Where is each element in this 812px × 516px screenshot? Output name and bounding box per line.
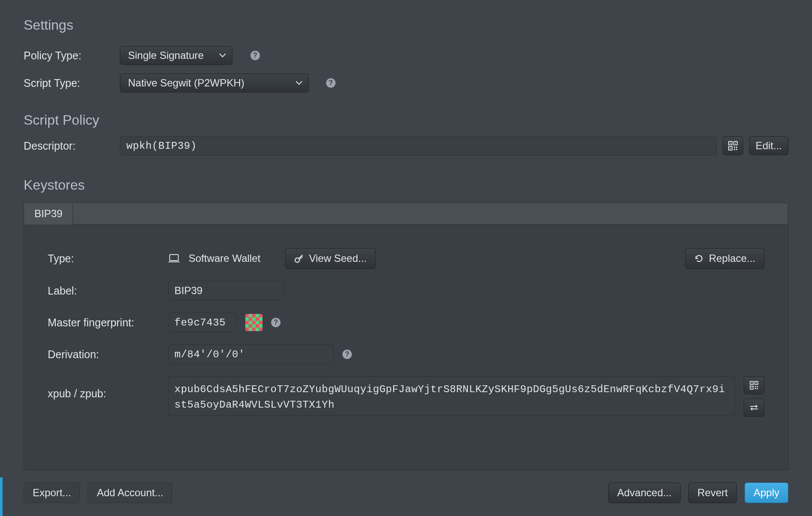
chevron-down-icon — [296, 81, 302, 85]
svg-rect-8 — [734, 149, 735, 150]
descriptor-input[interactable] — [120, 136, 717, 156]
settings-heading: Settings — [24, 17, 788, 33]
derivation-label: Derivation: — [48, 348, 159, 361]
svg-rect-20 — [755, 388, 756, 389]
descriptor-qr-button[interactable] — [723, 136, 743, 155]
keystores-heading: Keystores — [24, 177, 788, 193]
policy-type-label: Policy Type: — [24, 49, 114, 62]
xpub-label: xpub / zpub: — [48, 376, 159, 400]
keystore-label-input[interactable] — [168, 281, 284, 301]
fingerprint-identicon — [245, 314, 263, 331]
svg-rect-21 — [757, 388, 758, 389]
xpub-switch-button[interactable] — [744, 399, 764, 417]
fingerprint-help-icon[interactable]: ? — [271, 318, 281, 327]
script-type-help-icon[interactable]: ? — [326, 78, 336, 88]
script-type-select[interactable]: Native Segwit (P2WPKH) — [120, 74, 309, 92]
svg-rect-7 — [736, 147, 737, 148]
left-accent-bar — [0, 477, 3, 516]
revert-button[interactable]: Revert — [688, 482, 737, 503]
policy-type-value: Single Signature — [128, 49, 204, 61]
replace-button[interactable]: Replace... — [685, 248, 764, 269]
fingerprint-input[interactable] — [168, 313, 237, 332]
swap-icon — [749, 404, 759, 411]
svg-rect-9 — [736, 149, 737, 150]
undo-icon — [694, 254, 704, 263]
svg-rect-15 — [756, 383, 757, 384]
script-type-value: Native Segwit (P2WPKH) — [128, 77, 244, 89]
descriptor-label: Descriptor: — [24, 140, 114, 152]
key-icon — [294, 254, 304, 263]
svg-rect-17 — [751, 387, 752, 388]
derivation-help-icon[interactable]: ? — [342, 350, 352, 359]
fingerprint-label: Master fingerprint: — [48, 316, 159, 329]
tab-bip39[interactable]: BIP39 — [24, 203, 73, 224]
descriptor-edit-button[interactable]: Edit... — [749, 136, 788, 155]
laptop-icon — [168, 254, 180, 263]
derivation-input[interactable] — [168, 344, 334, 364]
svg-rect-18 — [755, 386, 756, 387]
qr-code-icon — [728, 141, 738, 150]
svg-rect-19 — [757, 386, 758, 387]
qr-code-icon — [750, 381, 758, 390]
svg-rect-5 — [730, 148, 731, 149]
svg-rect-10 — [170, 255, 178, 261]
script-policy-heading: Script Policy — [24, 112, 788, 128]
tabs-header: BIP39 — [24, 203, 788, 224]
add-account-button[interactable]: Add Account... — [88, 482, 172, 503]
chevron-down-icon — [219, 53, 226, 58]
xpub-textarea[interactable]: xpub6CdsA5hFECroT7zoZYubgWUuqyigGpFJawYj… — [168, 376, 735, 416]
keystore-label-label: Label: — [48, 285, 159, 297]
keystore-type-label: Type: — [48, 252, 159, 265]
svg-rect-13 — [751, 383, 752, 384]
svg-rect-3 — [735, 143, 736, 144]
apply-button[interactable]: Apply — [745, 482, 788, 503]
export-button[interactable]: Export... — [24, 482, 80, 503]
view-seed-button[interactable]: View Seed... — [285, 248, 375, 269]
policy-type-select[interactable]: Single Signature — [120, 46, 232, 65]
svg-rect-6 — [734, 147, 735, 148]
policy-type-help-icon[interactable]: ? — [250, 51, 260, 60]
footer: Export... Add Account... Advanced... Rev… — [24, 470, 788, 516]
advanced-button[interactable]: Advanced... — [608, 482, 681, 503]
keystore-type-value: Software Wallet — [189, 252, 260, 264]
svg-rect-1 — [730, 143, 731, 144]
script-type-label: Script Type: — [24, 77, 114, 89]
xpub-qr-button[interactable] — [744, 376, 764, 394]
keystores-tabs: BIP39 Type: Software Wallet — [24, 203, 788, 470]
